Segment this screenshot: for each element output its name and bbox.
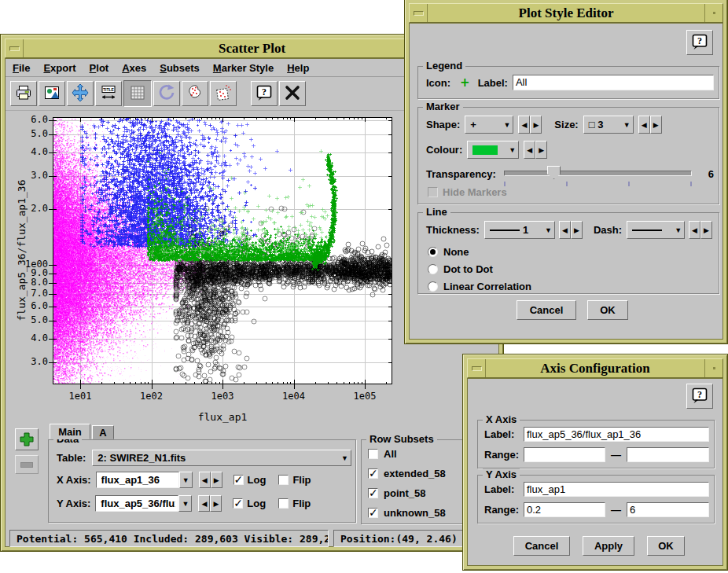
subset-visible-checkbox[interactable] bbox=[368, 488, 378, 498]
shape-select[interactable]: +▼ bbox=[465, 116, 513, 134]
radio-icon[interactable] bbox=[428, 247, 438, 257]
hide-markers-checkbox[interactable] bbox=[428, 187, 438, 197]
close-button[interactable] bbox=[279, 81, 306, 106]
subset-visible-checkbox[interactable] bbox=[368, 508, 378, 518]
dash-next-button[interactable]: ▶ bbox=[700, 221, 712, 239]
menu-axes[interactable]: Axes bbox=[122, 62, 146, 74]
colour-next-button[interactable]: ▶ bbox=[535, 141, 547, 159]
blob-subset-button[interactable] bbox=[182, 81, 208, 106]
y-axis-dropdown-button[interactable]: ▼ bbox=[178, 495, 192, 512]
thickness-select[interactable]: 1 ▼ bbox=[484, 221, 555, 239]
x-axis-field-label: X Axis: bbox=[57, 474, 91, 486]
dash-select[interactable]: ▼ bbox=[627, 221, 685, 239]
y-tick-label: 6.0 bbox=[15, 114, 48, 125]
help-button[interactable]: ? bbox=[686, 384, 713, 409]
y-range-hi-input[interactable]: 6 bbox=[627, 502, 709, 517]
svg-text:TITLE: TITLE bbox=[103, 87, 115, 92]
window-title: Axis Configuration bbox=[486, 359, 704, 377]
transparency-slider[interactable] bbox=[504, 166, 692, 182]
size-select[interactable]: □ 3▼ bbox=[583, 116, 634, 134]
y-axis-combo[interactable]: flux_ap5_36/flux bbox=[95, 495, 178, 512]
axis-titlebar[interactable]: Axis Configuration bbox=[467, 358, 723, 378]
grid-icon bbox=[128, 83, 147, 105]
minimize-button[interactable] bbox=[410, 4, 428, 22]
region-icon bbox=[214, 83, 233, 105]
radio-icon[interactable] bbox=[428, 264, 438, 274]
svg-text:?: ? bbox=[697, 389, 702, 400]
line-option-linear-correlation[interactable]: Linear Correlation bbox=[428, 281, 531, 292]
tab-a[interactable]: A bbox=[92, 425, 114, 439]
menu-help[interactable]: Help bbox=[287, 62, 309, 74]
slider-thumb[interactable] bbox=[547, 166, 561, 179]
x-label-input[interactable]: flux_ap5_36/flux_ap1_36 bbox=[524, 427, 709, 442]
apply-button[interactable]: Apply bbox=[583, 536, 634, 556]
window-menu-button[interactable] bbox=[704, 359, 722, 377]
legend-label-input[interactable]: All bbox=[513, 75, 714, 90]
y-axis-prev-button[interactable]: ◀ bbox=[198, 495, 210, 512]
replot-button[interactable] bbox=[153, 81, 180, 106]
x-axis-combo[interactable]: flux_ap1_36 bbox=[96, 472, 179, 488]
y-range-lo-input[interactable]: 0.2 bbox=[524, 502, 605, 517]
y-tick-label: 6.0 bbox=[15, 300, 48, 311]
count-status: Potential: 565,410 Included: 289,603 Vis… bbox=[9, 530, 329, 547]
shape-prev-button[interactable]: ◀ bbox=[518, 116, 530, 134]
y-axis-field-label: Y Axis: bbox=[57, 498, 90, 509]
chevron-down-icon: ▼ bbox=[336, 454, 348, 462]
x-flip-checkbox[interactable] bbox=[278, 475, 289, 485]
slider-track[interactable] bbox=[504, 171, 692, 176]
menu-subsets[interactable]: Subsets bbox=[160, 62, 200, 74]
axis-title-button[interactable]: TITLE bbox=[95, 81, 122, 106]
dash-prev-button[interactable]: ◀ bbox=[689, 221, 700, 239]
help-button[interactable]: ? bbox=[251, 81, 278, 106]
size-prev-button[interactable]: ◀ bbox=[638, 116, 650, 134]
ok-button[interactable]: OK bbox=[587, 300, 628, 320]
minimize-button[interactable] bbox=[6, 39, 24, 57]
table-select[interactable]: 2: SWIRE2_N1.fits ▼ bbox=[92, 450, 351, 466]
window-menu-button[interactable] bbox=[704, 4, 722, 22]
ok-button[interactable]: OK bbox=[647, 536, 685, 556]
x-axis-prev-button[interactable]: ◀ bbox=[199, 472, 211, 488]
export-image-button[interactable] bbox=[39, 81, 65, 106]
x-axis-dropdown-button[interactable]: ▼ bbox=[179, 472, 193, 488]
x-axis-label: flux_ap1 bbox=[175, 411, 270, 423]
grid-toggle-button[interactable] bbox=[123, 80, 152, 107]
y-flip-checkbox[interactable] bbox=[278, 498, 289, 509]
x-log-checkbox[interactable] bbox=[233, 475, 244, 485]
thickness-next-button[interactable]: ▶ bbox=[571, 221, 583, 239]
y-axis-next-button[interactable]: ▶ bbox=[210, 495, 222, 512]
line-option-dot-to-dot[interactable]: Dot to Dot bbox=[428, 263, 493, 275]
thickness-prev-button[interactable]: ◀ bbox=[559, 221, 571, 239]
cancel-button[interactable]: Cancel bbox=[513, 536, 570, 556]
menu-marker-style[interactable]: Marker Style bbox=[213, 62, 274, 74]
minimize-button[interactable] bbox=[468, 359, 486, 377]
size-next-button[interactable]: ▶ bbox=[650, 116, 662, 134]
x-axis-row: X Axis: flux_ap1_36 ▼ ◀ ▶ Log Flip bbox=[57, 472, 351, 488]
chevron-down-icon: ▼ bbox=[540, 226, 552, 234]
x-range-lo-input[interactable] bbox=[524, 447, 605, 462]
line-option-none[interactable]: None bbox=[428, 246, 469, 258]
pse-titlebar[interactable]: Plot Style Editor bbox=[409, 3, 723, 23]
menu-plot[interactable]: Plot bbox=[90, 62, 109, 74]
region-subset-button[interactable] bbox=[210, 81, 237, 106]
subset-visible-checkbox[interactable] bbox=[368, 468, 378, 479]
scatter-plot-canvas[interactable] bbox=[53, 117, 392, 384]
print-button[interactable] bbox=[10, 81, 37, 106]
radio-icon[interactable] bbox=[428, 281, 438, 292]
tab-main[interactable]: Main bbox=[50, 424, 90, 439]
y-log-checkbox[interactable] bbox=[233, 498, 243, 509]
y-label-input[interactable]: flux_ap1 bbox=[524, 482, 709, 497]
menu-export[interactable]: Export bbox=[43, 62, 75, 74]
menu-file[interactable]: File bbox=[13, 62, 30, 74]
colour-prev-button[interactable]: ◀ bbox=[524, 141, 535, 159]
help-button[interactable]: ? bbox=[686, 30, 713, 55]
x-range-hi-input[interactable] bbox=[627, 447, 709, 462]
subset-visible-checkbox[interactable] bbox=[368, 449, 378, 459]
shape-next-button[interactable]: ▶ bbox=[530, 116, 542, 134]
resize-plot-button[interactable] bbox=[67, 81, 94, 106]
x-axis-next-button[interactable]: ▶ bbox=[211, 472, 222, 488]
colour-select[interactable]: ▼ bbox=[467, 141, 519, 159]
cancel-button[interactable]: Cancel bbox=[517, 300, 576, 320]
add-tab-button[interactable] bbox=[15, 428, 39, 450]
axis-configuration-window: Axis Configuration ? X Axis Label: flux_… bbox=[462, 354, 728, 571]
remove-tab-button[interactable] bbox=[15, 455, 39, 474]
